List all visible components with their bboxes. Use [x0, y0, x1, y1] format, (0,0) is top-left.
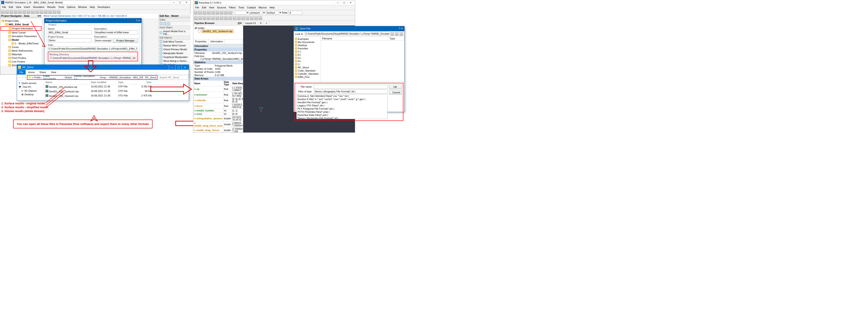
toolbar-icon[interactable]: [220, 11, 223, 14]
dock-icon[interactable]: ⊡✕: [238, 22, 242, 25]
toolbar-icon[interactable]: [220, 16, 223, 20]
project-tree[interactable]: Project Data M01_Eiffel_Small Project In…: [0, 18, 42, 68]
toolbar-icon[interactable]: [18, 10, 22, 14]
toolbar-icon[interactable]: [224, 16, 228, 20]
help-icon[interactable]: ? ✕: [136, 19, 140, 22]
minimize-button[interactable]: —: [170, 0, 177, 4]
eye-icon[interactable]: [198, 30, 200, 33]
tree-project-information[interactable]: Project Information: [1, 26, 41, 31]
explorer-sidebar[interactable]: ★Quick access 💻This PC ▭3D Objects 🖥Desk…: [17, 80, 44, 100]
toolbar-icon[interactable]: [1, 10, 4, 14]
file-row[interactable]: Sim001_V01_SurfaceV.vtp16.06.2021 21:35V…: [44, 89, 189, 94]
toolbar-icon[interactable]: [27, 10, 30, 14]
menu-tools[interactable]: Tools: [57, 5, 65, 9]
time-input[interactable]: [288, 11, 302, 14]
fwd-icon[interactable]: →: [21, 76, 24, 79]
path-input[interactable]: [48, 46, 138, 51]
menu-window[interactable]: Window: [77, 5, 88, 9]
toolbar-icon[interactable]: [216, 11, 219, 14]
toolbar-icon[interactable]: [233, 16, 237, 20]
toolbar-icon[interactable]: [224, 11, 228, 14]
menu-results[interactable]: Results: [46, 5, 57, 9]
menu-edit[interactable]: Edit: [7, 5, 14, 9]
toolbar-icon[interactable]: [203, 11, 206, 14]
toolbar-icon[interactable]: [159, 22, 162, 25]
menu-help[interactable]: Help: [88, 5, 96, 9]
toolbar-icon[interactable]: [48, 10, 52, 14]
close-button[interactable]: ✕: [347, 1, 353, 5]
toolbar-icon[interactable]: [40, 10, 43, 14]
tree-item[interactable]: H:\: [294, 60, 320, 63]
toolbar-icon[interactable]: [31, 10, 35, 14]
tree-item[interactable]: G:\: [294, 56, 320, 60]
add-tab-icon[interactable]: +: [264, 21, 269, 25]
back-icon[interactable]: [391, 32, 394, 36]
search-input[interactable]: [158, 75, 188, 80]
toolbar-icon[interactable]: [207, 11, 211, 14]
editbar-item[interactable]: Graphical Manipulator: [159, 55, 191, 59]
tree-item[interactable]: My Documents: [294, 40, 320, 44]
filetype-option[interactable]: PVTK PolyData Files(*.pvtp ): [297, 110, 387, 114]
toolbar-icon[interactable]: [57, 10, 61, 14]
up-icon[interactable]: ↑: [25, 76, 26, 79]
menu-sources[interactable]: Sources: [216, 6, 227, 9]
maximize-button[interactable]: ▢: [175, 65, 182, 69]
projgroup-input[interactable]: [48, 38, 92, 42]
menu-insert[interactable]: Insert: [23, 5, 31, 9]
help-icon[interactable]: ?: [399, 27, 400, 30]
editbar-item[interactable]: Move Along a Vector...: [159, 59, 191, 63]
newfolder-icon[interactable]: [400, 32, 403, 36]
desc-input[interactable]: [94, 30, 138, 34]
close-button[interactable]: ✕: [401, 27, 403, 30]
import-model[interactable]: Import Model from a File...: [159, 29, 191, 36]
toolbar-icon[interactable]: [198, 11, 202, 14]
toolbar-icon[interactable]: [203, 16, 206, 20]
save-tree[interactable]: ExamplesMy DocumentsDesktopFavoritesC:\D…: [294, 37, 321, 82]
filetype-option[interactable]: ParaView Data Files(*.pvd ): [297, 114, 387, 117]
menu-file[interactable]: File: [194, 6, 200, 9]
tree-item[interactable]: Favorites: [294, 47, 320, 50]
toolbar-icon[interactable]: [53, 10, 56, 14]
toolbar-icon[interactable]: [211, 11, 215, 14]
maximize-button[interactable]: ▢: [177, 0, 183, 4]
menu-view[interactable]: View: [208, 6, 216, 9]
toolbar-icon[interactable]: [163, 22, 166, 25]
up-icon[interactable]: [395, 32, 399, 36]
close-button[interactable]: ✕: [183, 0, 189, 4]
toolbar-icon[interactable]: [241, 16, 245, 20]
tree-item[interactable]: Cylinder_Standard: [294, 72, 320, 75]
filetype-combo[interactable]: Stereo Lithography File Format(*.stl ): [314, 90, 388, 94]
minimize-button[interactable]: —: [169, 65, 175, 69]
tree-item[interactable]: I:\: [294, 63, 320, 66]
layout-tab[interactable]: Layout #1: [243, 21, 258, 25]
toolbar-icon[interactable]: [194, 16, 197, 20]
tab-home[interactable]: Home: [26, 70, 37, 74]
breadcrumb[interactable]: 📁 > Public› Public Documents› Dlubal› RW…: [27, 75, 158, 80]
tab-file[interactable]: File: [17, 70, 26, 74]
tab-view[interactable]: View: [49, 70, 59, 74]
toolbar-icon[interactable]: [44, 10, 48, 14]
toolbar-icon[interactable]: [198, 16, 202, 20]
close-button[interactable]: ✕: [182, 65, 188, 69]
explorer-file-list[interactable]: Name Date modified Type Size Sim001_V01_…: [44, 80, 189, 100]
toolbar-icon[interactable]: [194, 11, 197, 14]
menu-options[interactable]: Options: [65, 5, 77, 9]
tree-item[interactable]: Eiffel_Fine: [294, 75, 320, 78]
menu-edit[interactable]: Edit: [200, 6, 208, 9]
back-icon[interactable]: ←: [18, 76, 21, 79]
editbar-item[interactable]: Resize Wind Tunnel: [159, 43, 191, 47]
filetype-dropdown[interactable]: Comma or Tab Delimited Files(*.csv *.tsv…: [297, 94, 388, 119]
filetype-option[interactable]: Stereo Lithography File Format(*.stl ): [297, 117, 387, 119]
tree-item[interactable]: D:\: [294, 53, 320, 56]
tab-information[interactable]: Information: [209, 39, 225, 44]
pipeline-item[interactable]: Sim001_V01_SurfaceV.vtp: [195, 29, 242, 33]
toolbar-icon[interactable]: [23, 10, 26, 14]
toolbar-icon[interactable]: [167, 22, 170, 25]
tab-share[interactable]: Share: [37, 70, 49, 74]
field-selector[interactable]: pressure: [249, 11, 263, 14]
working-dir-input[interactable]: [49, 56, 137, 60]
pipeline-browser[interactable]: ▤builtin: Sim001_V01_SurfaceV.vtp: [193, 26, 243, 39]
filetype-option[interactable]: PLY Polygonal File Format(*.ply ): [297, 107, 387, 110]
editbar-item[interactable]: Orient Primary Model: [159, 47, 191, 51]
menu-catalyst[interactable]: Catalyst: [245, 6, 257, 9]
